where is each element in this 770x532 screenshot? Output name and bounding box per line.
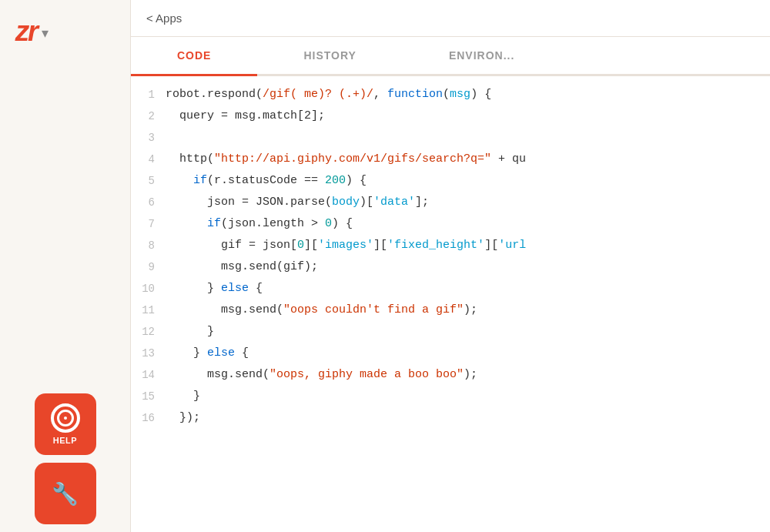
tab-environment[interactable]: ENVIRON... xyxy=(403,37,561,74)
help-icon xyxy=(51,403,80,433)
code-editor[interactable]: 1 robot.respond(/gif( me)? (.+)/, functi… xyxy=(131,76,770,532)
topbar: < Apps xyxy=(131,0,770,37)
table-row: 12 } xyxy=(131,321,770,343)
table-row: 2 query = msg.match[2]; xyxy=(131,105,770,127)
table-row: 7 if(json.length > 0) { xyxy=(131,213,770,235)
table-row: 15 } xyxy=(131,386,770,407)
wrench-icon: 🔧 xyxy=(52,481,79,507)
table-row: 9 msg.send(gif); xyxy=(131,256,770,278)
sidebar-bottom: HELP 🔧 xyxy=(35,393,96,532)
table-row: 8 gif = json[0]['images']['fixed_height'… xyxy=(131,235,770,256)
table-row: 11 msg.send("oops couldn't find a gif"); xyxy=(131,299,770,321)
help-button[interactable]: HELP xyxy=(35,393,96,455)
tabs-bar: CODE HISTORY ENVIRON... xyxy=(131,37,770,76)
settings-button[interactable]: 🔧 xyxy=(35,463,96,524)
table-row: 6 json = JSON.parse(body)['data']; xyxy=(131,192,770,213)
logo-text: zr xyxy=(15,15,37,48)
help-label: HELP xyxy=(53,436,77,445)
main-content: < Apps CODE HISTORY ENVIRON... 1 robot.r… xyxy=(131,0,770,532)
sidebar: zr ▾ HELP 🔧 xyxy=(0,0,131,532)
table-row: 3 xyxy=(131,127,770,149)
table-row: 4 http("http://api.giphy.com/v1/gifs/sea… xyxy=(131,149,770,170)
table-row: 10 } else { xyxy=(131,278,770,299)
logo-area[interactable]: zr ▾ xyxy=(0,15,49,48)
table-row: 13 } else { xyxy=(131,343,770,364)
back-link[interactable]: < Apps xyxy=(146,12,182,25)
tab-code[interactable]: CODE xyxy=(131,37,257,74)
table-row: 16 }); xyxy=(131,407,770,429)
tab-history[interactable]: HISTORY xyxy=(257,37,402,74)
logo-dropdown-icon[interactable]: ▾ xyxy=(42,25,49,42)
table-row: 14 msg.send("oops, giphy made a boo boo"… xyxy=(131,364,770,386)
table-row: 1 robot.respond(/gif( me)? (.+)/, functi… xyxy=(131,84,770,105)
table-row: 5 if(r.statusCode == 200) { xyxy=(131,170,770,192)
